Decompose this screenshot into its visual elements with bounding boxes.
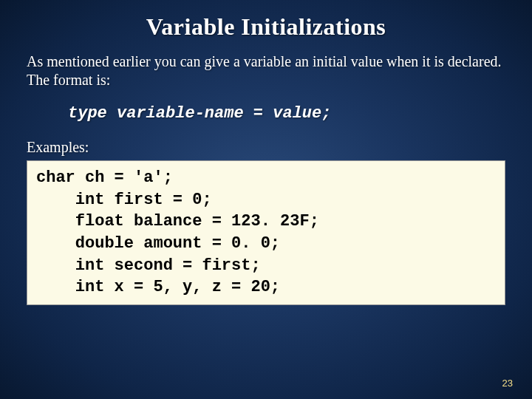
- code-line: char ch = 'a';: [36, 168, 173, 187]
- code-line: double amount = 0. 0;: [36, 234, 280, 253]
- code-example-box: char ch = 'a'; int first = 0; float bala…: [27, 160, 505, 305]
- slide-title: Variable Initializations: [27, 13, 505, 41]
- code-line: int x = 5, y, z = 20;: [36, 278, 280, 296]
- code-line: float balance = 123. 23F;: [36, 212, 319, 231]
- slide-container: Variable Initializations As mentioned ea…: [0, 0, 532, 399]
- page-number: 23: [502, 378, 513, 389]
- code-line: int second = first;: [36, 256, 261, 275]
- intro-text: As mentioned earlier you can give a vari…: [27, 52, 505, 89]
- code-line: int first = 0;: [36, 191, 212, 209]
- format-syntax: type variable-name = value;: [27, 104, 505, 123]
- examples-label: Examples:: [27, 139, 505, 156]
